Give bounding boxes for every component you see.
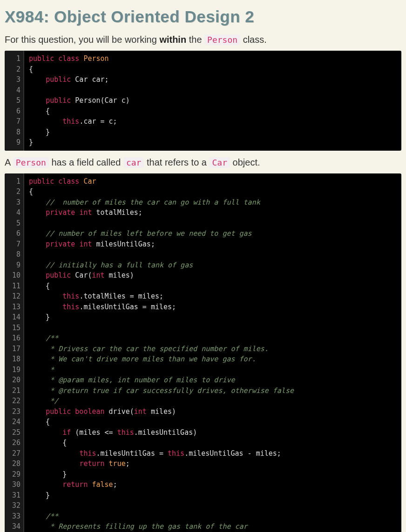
mid-part1: A xyxy=(5,157,13,167)
mid-part2: has a field called xyxy=(49,157,123,167)
intro-part2: the xyxy=(186,34,204,45)
mid-code-car-class: Car xyxy=(210,157,230,168)
page-title: X984: Object Oriented Design 2 xyxy=(5,7,401,26)
code-gutter-1: 123456789 xyxy=(5,51,24,151)
intro-code-person: Person xyxy=(204,34,240,45)
mid-code-car-field: car xyxy=(123,157,144,168)
mid-part3: that refers to a xyxy=(144,157,209,167)
mid-text: A Person has a field called car that ref… xyxy=(5,157,401,168)
mid-code-person: Person xyxy=(13,157,49,168)
intro-part1: For this question, you will be working xyxy=(5,34,159,45)
intro-text: For this question, you will be working w… xyxy=(5,34,401,45)
code-content-1[interactable]: public class Person { public Car car; pu… xyxy=(24,51,401,151)
code-block-person: 123456789 public class Person { public C… xyxy=(5,51,401,151)
intro-part3: class. xyxy=(240,34,267,45)
code-content-2[interactable]: public class Car { // number of miles th… xyxy=(24,173,401,532)
mid-part4: object. xyxy=(230,157,260,167)
code-block-car: 1234567891011121314151617181920212223242… xyxy=(5,173,401,532)
intro-bold: within xyxy=(159,34,186,45)
code-gutter-2: 1234567891011121314151617181920212223242… xyxy=(5,173,24,532)
